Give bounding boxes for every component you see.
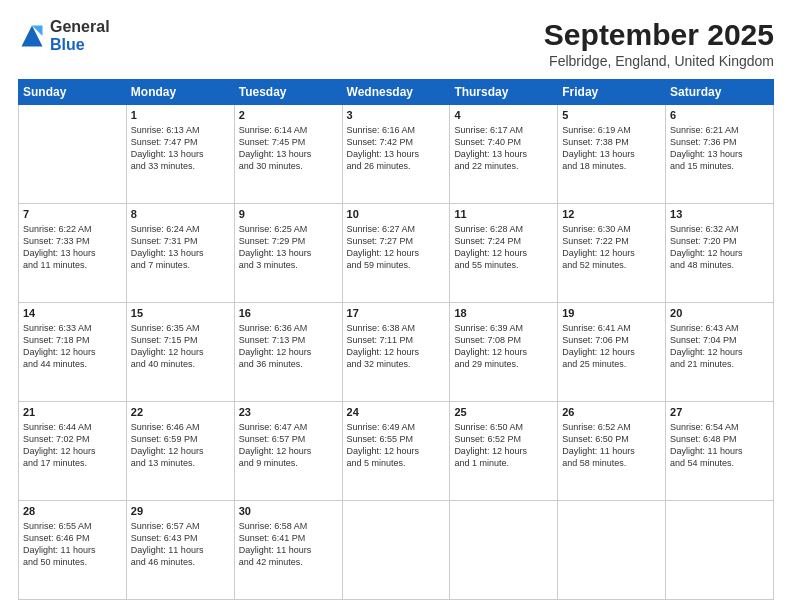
table-row: 10Sunrise: 6:27 AMSunset: 7:27 PMDayligh… (342, 204, 450, 303)
table-row: 21Sunrise: 6:44 AMSunset: 7:02 PMDayligh… (19, 402, 127, 501)
day-info-text: Sunset: 6:52 PM (454, 433, 553, 445)
day-number: 18 (454, 306, 553, 321)
day-info-text: Sunrise: 6:30 AM (562, 223, 661, 235)
day-info-text: and 15 minutes. (670, 160, 769, 172)
day-info-text: and 50 minutes. (23, 556, 122, 568)
day-info-text: Sunset: 7:31 PM (131, 235, 230, 247)
day-info-text: Daylight: 11 hours (131, 544, 230, 556)
day-info-text: Sunset: 7:04 PM (670, 334, 769, 346)
day-info-text: Sunset: 7:06 PM (562, 334, 661, 346)
day-info-text: and 7 minutes. (131, 259, 230, 271)
day-info-text: Sunset: 6:55 PM (347, 433, 446, 445)
day-number: 17 (347, 306, 446, 321)
col-saturday: Saturday (666, 80, 774, 105)
day-info-text: Daylight: 12 hours (454, 247, 553, 259)
day-info-text: Sunrise: 6:14 AM (239, 124, 338, 136)
day-info-text: Sunset: 7:08 PM (454, 334, 553, 346)
day-info-text: Sunset: 6:48 PM (670, 433, 769, 445)
day-info-text: Sunset: 6:50 PM (562, 433, 661, 445)
header: General Blue September 2025 Felbridge, E… (18, 18, 774, 69)
table-row: 26Sunrise: 6:52 AMSunset: 6:50 PMDayligh… (558, 402, 666, 501)
table-row: 5Sunrise: 6:19 AMSunset: 7:38 PMDaylight… (558, 105, 666, 204)
day-info-text: and 59 minutes. (347, 259, 446, 271)
day-info-text: Daylight: 12 hours (454, 445, 553, 457)
day-info-text: Sunrise: 6:46 AM (131, 421, 230, 433)
day-info-text: and 32 minutes. (347, 358, 446, 370)
day-number: 29 (131, 504, 230, 519)
col-monday: Monday (126, 80, 234, 105)
calendar-week-row: 21Sunrise: 6:44 AMSunset: 7:02 PMDayligh… (19, 402, 774, 501)
day-number: 15 (131, 306, 230, 321)
title-block: September 2025 Felbridge, England, Unite… (544, 18, 774, 69)
day-info-text: Sunset: 7:22 PM (562, 235, 661, 247)
table-row (342, 501, 450, 600)
day-number: 22 (131, 405, 230, 420)
table-row: 3Sunrise: 6:16 AMSunset: 7:42 PMDaylight… (342, 105, 450, 204)
day-info-text: Sunset: 7:13 PM (239, 334, 338, 346)
day-number: 30 (239, 504, 338, 519)
day-info-text: Sunrise: 6:36 AM (239, 322, 338, 334)
day-info-text: Sunrise: 6:52 AM (562, 421, 661, 433)
day-info-text: Sunset: 7:38 PM (562, 136, 661, 148)
day-info-text: Sunset: 7:15 PM (131, 334, 230, 346)
day-info-text: and 54 minutes. (670, 457, 769, 469)
calendar-week-row: 14Sunrise: 6:33 AMSunset: 7:18 PMDayligh… (19, 303, 774, 402)
day-info-text: Daylight: 13 hours (454, 148, 553, 160)
day-info-text: Sunset: 7:45 PM (239, 136, 338, 148)
table-row: 13Sunrise: 6:32 AMSunset: 7:20 PMDayligh… (666, 204, 774, 303)
col-sunday: Sunday (19, 80, 127, 105)
day-info-text: Sunset: 7:18 PM (23, 334, 122, 346)
day-info-text: Daylight: 13 hours (239, 148, 338, 160)
day-info-text: Daylight: 12 hours (454, 346, 553, 358)
day-info-text: and 55 minutes. (454, 259, 553, 271)
table-row: 25Sunrise: 6:50 AMSunset: 6:52 PMDayligh… (450, 402, 558, 501)
day-info-text: Sunset: 7:20 PM (670, 235, 769, 247)
day-info-text: Sunset: 6:43 PM (131, 532, 230, 544)
day-number: 2 (239, 108, 338, 123)
day-info-text: Daylight: 12 hours (131, 346, 230, 358)
day-info-text: Sunrise: 6:28 AM (454, 223, 553, 235)
table-row: 23Sunrise: 6:47 AMSunset: 6:57 PMDayligh… (234, 402, 342, 501)
day-number: 27 (670, 405, 769, 420)
day-info-text: Daylight: 11 hours (23, 544, 122, 556)
day-info-text: Sunset: 7:47 PM (131, 136, 230, 148)
day-info-text: Sunrise: 6:19 AM (562, 124, 661, 136)
day-info-text: Sunrise: 6:22 AM (23, 223, 122, 235)
table-row: 12Sunrise: 6:30 AMSunset: 7:22 PMDayligh… (558, 204, 666, 303)
day-number: 24 (347, 405, 446, 420)
day-info-text: Sunrise: 6:32 AM (670, 223, 769, 235)
col-thursday: Thursday (450, 80, 558, 105)
day-info-text: and 52 minutes. (562, 259, 661, 271)
table-row: 19Sunrise: 6:41 AMSunset: 7:06 PMDayligh… (558, 303, 666, 402)
day-info-text: Daylight: 13 hours (562, 148, 661, 160)
day-info-text: Sunset: 6:41 PM (239, 532, 338, 544)
day-info-text: and 5 minutes. (347, 457, 446, 469)
day-info-text: Daylight: 12 hours (239, 346, 338, 358)
logo-text: General Blue (50, 18, 110, 53)
day-info-text: and 58 minutes. (562, 457, 661, 469)
day-info-text: Sunrise: 6:57 AM (131, 520, 230, 532)
day-info-text: Sunrise: 6:21 AM (670, 124, 769, 136)
day-info-text: and 29 minutes. (454, 358, 553, 370)
col-wednesday: Wednesday (342, 80, 450, 105)
day-info-text: Sunset: 7:33 PM (23, 235, 122, 247)
logo-general-text: General (50, 18, 110, 36)
day-info-text: and 1 minute. (454, 457, 553, 469)
day-info-text: Sunrise: 6:33 AM (23, 322, 122, 334)
table-row (558, 501, 666, 600)
day-info-text: Sunset: 7:29 PM (239, 235, 338, 247)
day-info-text: Daylight: 12 hours (562, 346, 661, 358)
day-info-text: Sunset: 7:11 PM (347, 334, 446, 346)
day-number: 16 (239, 306, 338, 321)
day-number: 1 (131, 108, 230, 123)
logo: General Blue (18, 18, 110, 53)
day-info-text: and 13 minutes. (131, 457, 230, 469)
day-info-text: Sunrise: 6:38 AM (347, 322, 446, 334)
day-info-text: Sunrise: 6:17 AM (454, 124, 553, 136)
table-row: 8Sunrise: 6:24 AMSunset: 7:31 PMDaylight… (126, 204, 234, 303)
day-info-text: Sunrise: 6:44 AM (23, 421, 122, 433)
day-info-text: and 42 minutes. (239, 556, 338, 568)
table-row: 17Sunrise: 6:38 AMSunset: 7:11 PMDayligh… (342, 303, 450, 402)
day-info-text: Sunrise: 6:27 AM (347, 223, 446, 235)
day-info-text: and 36 minutes. (239, 358, 338, 370)
